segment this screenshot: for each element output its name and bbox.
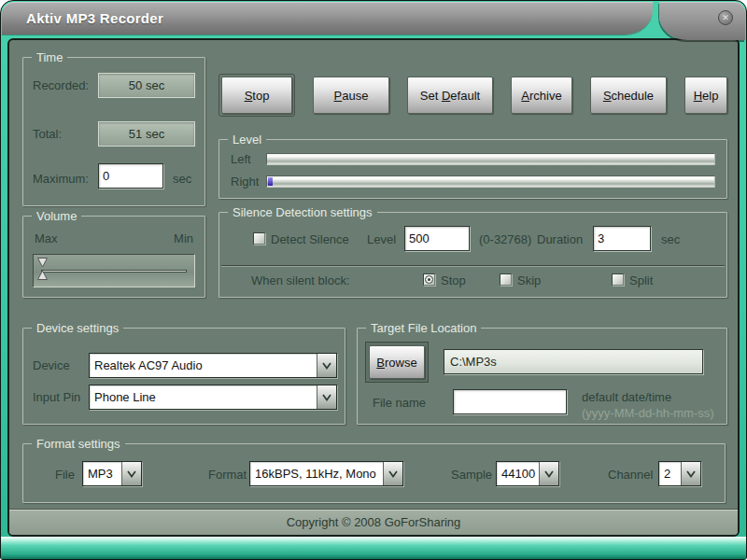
right-level-fill xyxy=(268,177,273,186)
audio-format-label: Format xyxy=(208,468,247,482)
detect-silence-checkbox[interactable] xyxy=(253,232,265,245)
pause-button[interactable]: Pause xyxy=(313,77,389,114)
chevron-down-icon xyxy=(322,362,331,370)
audio-format-select-arrow[interactable] xyxy=(383,462,402,485)
right-level-meter xyxy=(266,175,715,188)
chevron-down-icon xyxy=(544,470,554,478)
file-name-label: File name xyxy=(373,396,426,410)
input-pin-select[interactable]: Phone Line xyxy=(89,385,337,410)
total-value: 51 sec xyxy=(98,121,195,147)
input-pin-label: Input Pin xyxy=(33,390,80,404)
app-window: Aktiv MP3 Recorder ✕ Time Recorded: 50 s… xyxy=(0,0,747,560)
left-level-row: Left xyxy=(231,152,715,165)
format-settings-group: Format settings File MP3 Format 16kBPS, … xyxy=(22,443,726,503)
sample-select[interactable]: 44100 xyxy=(496,461,559,486)
left-level-meter xyxy=(266,153,715,165)
file-name-hint-format: (yyyy-MM-dd-hh-mm-ss) xyxy=(582,406,714,420)
silence-level-range: (0-32768) xyxy=(479,232,531,246)
hourglass-thumb-icon xyxy=(36,257,49,281)
volume-group-title: Volume xyxy=(32,208,81,224)
file-format-select-arrow[interactable] xyxy=(121,462,141,485)
close-tab: ✕ xyxy=(659,2,745,40)
volume-min-label: Min xyxy=(174,231,193,245)
close-icon: ✕ xyxy=(722,13,729,22)
target-path-field[interactable]: C:\MP3s xyxy=(444,349,703,374)
skip-option-label: Skip xyxy=(517,273,541,287)
device-select[interactable]: Realtek AC97 Audio xyxy=(89,353,337,378)
volume-slider-track[interactable] xyxy=(41,270,187,273)
sample-select-arrow[interactable] xyxy=(539,462,558,485)
channel-select[interactable]: 2 xyxy=(658,461,701,486)
maximum-label: Maximum: xyxy=(33,172,89,186)
silence-level-input[interactable] xyxy=(404,226,470,251)
copyright-text: Copyright © 2008 GoForSharing xyxy=(287,515,461,529)
when-silent-label: When silent block: xyxy=(251,273,350,287)
stop-option-label: Stop xyxy=(441,273,466,287)
target-file-group: Target File Location Browse C:\MP3s File… xyxy=(357,328,727,425)
chevron-down-icon xyxy=(127,470,136,478)
radio-dot xyxy=(425,275,433,284)
duration-label: Duration xyxy=(537,232,583,246)
split-option-label: Split xyxy=(629,273,653,287)
maximum-input[interactable] xyxy=(98,163,163,189)
time-group: Time Recorded: 50 sec Total: 51 sec Maxi… xyxy=(22,57,205,206)
left-level-label: Left xyxy=(231,152,266,166)
format-group-title: Format settings xyxy=(32,436,125,452)
chevron-down-icon xyxy=(388,470,398,478)
device-select-arrow[interactable] xyxy=(317,354,336,377)
chevron-down-icon xyxy=(686,470,696,478)
level-group-title: Level xyxy=(228,132,266,147)
duration-unit-label: sec xyxy=(661,232,680,246)
level-group: Level Left Right xyxy=(218,139,727,199)
channel-select-value: 2 xyxy=(659,462,681,485)
device-label: Device xyxy=(33,358,70,372)
bottom-frame xyxy=(1,537,746,559)
input-pin-select-value: Phone Line xyxy=(90,385,317,409)
device-group-title: Device settings xyxy=(32,320,123,336)
volume-slider-thumb[interactable] xyxy=(36,257,49,285)
file-format-label: File xyxy=(55,468,75,482)
skip-checkbox[interactable] xyxy=(500,273,512,286)
sample-label: Sample xyxy=(451,468,492,482)
volume-slider[interactable] xyxy=(33,254,195,287)
silence-divider xyxy=(221,265,725,267)
file-name-input[interactable] xyxy=(453,389,567,414)
duration-input[interactable] xyxy=(593,226,651,251)
recorded-label: Recorded: xyxy=(33,78,89,92)
close-button[interactable]: ✕ xyxy=(718,10,733,25)
channel-label: Channel xyxy=(608,468,653,482)
silence-level-label: Level xyxy=(367,232,396,246)
file-name-hint: default date/time xyxy=(582,390,671,404)
right-level-row: Right xyxy=(231,175,715,188)
recorded-value: 50 sec xyxy=(98,73,195,98)
window-title: Aktiv MP3 Recorder xyxy=(26,2,163,35)
main-panel: Time Recorded: 50 sec Total: 51 sec Maxi… xyxy=(7,38,740,537)
footer-bar: Copyright © 2008 GoForSharing xyxy=(9,509,738,535)
set-default-button[interactable]: Set Default xyxy=(407,77,493,114)
volume-group: Volume Max Min xyxy=(22,216,205,298)
target-group-title: Target File Location xyxy=(366,320,481,336)
stop-button[interactable]: Stop xyxy=(221,77,292,114)
browse-button-frame: Browse xyxy=(365,342,429,383)
schedule-button[interactable]: Schedule xyxy=(590,77,667,114)
silence-group-title: Silence Detection settings xyxy=(228,204,377,220)
detect-silence-label: Detect Silence xyxy=(271,232,349,246)
channel-select-arrow[interactable] xyxy=(681,462,700,485)
time-group-title: Time xyxy=(32,49,67,65)
stop-button-focus-ring: Stop xyxy=(218,74,295,117)
chevron-down-icon xyxy=(322,394,331,401)
audio-format-select[interactable]: 16kBPS, 11kHz, Mono xyxy=(249,461,403,486)
browse-button[interactable]: Browse xyxy=(369,345,425,379)
device-select-value: Realtek AC97 Audio xyxy=(90,354,317,377)
split-checkbox[interactable] xyxy=(612,273,624,286)
sample-select-value: 44100 xyxy=(497,462,539,485)
title-bar[interactable]: Aktiv MP3 Recorder xyxy=(2,2,653,35)
archive-button[interactable]: Archive xyxy=(511,77,572,114)
toolbar: Stop Pause Set Default Archive Schedule … xyxy=(218,72,727,119)
file-format-select[interactable]: MP3 xyxy=(82,461,142,486)
volume-max-label: Max xyxy=(35,231,58,245)
stop-radio[interactable] xyxy=(423,273,435,286)
file-format-select-value: MP3 xyxy=(83,462,121,485)
help-button[interactable]: Help xyxy=(684,77,727,114)
input-pin-select-arrow[interactable] xyxy=(317,385,336,409)
